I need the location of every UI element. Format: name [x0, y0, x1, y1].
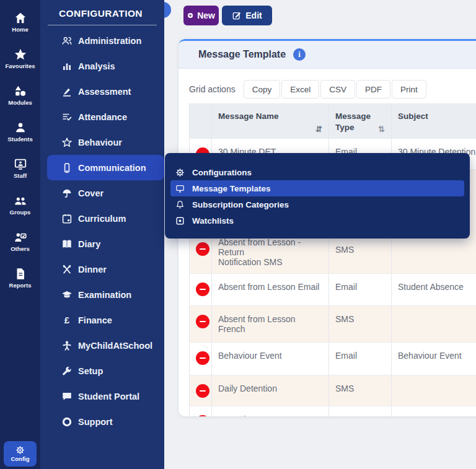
grid-action-print-button[interactable]: Print	[392, 80, 426, 99]
remove-row-icon[interactable]	[196, 415, 209, 416]
pencil-icon	[61, 86, 73, 97]
star-icon	[14, 48, 27, 61]
grid-action-csv-button[interactable]: CSV	[320, 80, 355, 99]
sidebar-item-dinner[interactable]: Dinner	[40, 256, 164, 282]
flyout-item-label: Configurations	[192, 168, 252, 177]
column-header-subject: Subject	[392, 104, 476, 139]
book-icon	[61, 239, 73, 250]
sidebar-item-finance[interactable]: £Finance	[40, 307, 164, 333]
flyout-item-message-templates[interactable]: Message Templates	[170, 180, 464, 196]
table-row: Absent from Lesson EmailEmailStudent Abs…	[190, 274, 476, 306]
app-root: { "rail": { "items": [ {"label":"Home","…	[0, 0, 476, 469]
communication-flyout-menu: ConfigurationsMessage TemplatesSubscript…	[165, 153, 470, 239]
rail-item-label: Reports	[9, 282, 32, 289]
remove-row-icon[interactable]	[196, 315, 209, 328]
flyout-item-watchlists[interactable]: Watchlists	[170, 213, 464, 229]
rail-item-modules[interactable]: Modules	[0, 77, 40, 113]
sidebar-item-setup[interactable]: Setup	[40, 358, 164, 384]
cell-subject: Behaviour Event	[392, 343, 476, 375]
remove-row-icon[interactable]	[196, 283, 209, 296]
shapes-icon	[14, 84, 27, 98]
new-button[interactable]: New	[183, 6, 219, 25]
rail-item-groups[interactable]: Groups	[0, 186, 40, 223]
sidebar-item-behaviour[interactable]: Behaviour	[40, 129, 164, 155]
sidebar-item-diary[interactable]: Diary	[40, 231, 164, 256]
rail-item-label: Favourites	[5, 63, 35, 69]
rail-item-label: Staff	[14, 172, 27, 179]
phone-icon	[61, 162, 73, 173]
sidebar-item-communication[interactable]: Communication	[47, 155, 164, 180]
table-row: Daily DetentionSMS	[190, 375, 476, 406]
others-icon	[14, 230, 27, 244]
remove-row-icon[interactable]	[196, 384, 209, 398]
sort-icon[interactable]: ⇵	[315, 125, 322, 133]
grid-actions-label: Grid actions	[189, 84, 236, 94]
grid-action-excel-button[interactable]: Excel	[281, 80, 319, 99]
sidebar-item-administration[interactable]: Administration	[40, 28, 164, 53]
sidebar-item-label: Behaviour	[78, 138, 122, 147]
rail-item-staff[interactable]: Staff	[0, 150, 40, 186]
grid-action-copy-button[interactable]: Copy	[244, 80, 281, 99]
rail-item-favourites[interactable]: Favourites	[0, 40, 40, 77]
rail-item-label: Students	[7, 136, 33, 142]
sidebar-item-label: Communication	[78, 163, 146, 173]
sidebar-item-label: Curriculum	[78, 214, 126, 224]
flyout-items: ConfigurationsMessage TemplatesSubscript…	[165, 164, 470, 229]
rail-item-reports[interactable]: Reports	[0, 260, 40, 296]
cell-message-name: Daily Detention	[212, 375, 329, 406]
utensils-icon	[61, 264, 73, 275]
sidebar-item-label: Support	[78, 417, 113, 427]
sidebar-item-analysis[interactable]: Analysis	[40, 53, 164, 79]
sidebar-item-label: Student Portal	[78, 392, 139, 401]
circle-icon	[61, 416, 73, 427]
card-header: Message Template i	[178, 39, 476, 69]
rail-item-students[interactable]: Students	[0, 113, 40, 150]
grid-action-pdf-button[interactable]: PDF	[356, 80, 390, 99]
flyout-item-configurations[interactable]: Configurations	[170, 164, 464, 180]
people-icon	[61, 35, 73, 46]
sidebar-item-student-portal[interactable]: Student Portal	[40, 384, 164, 409]
sidebar-divider	[48, 25, 157, 25]
card-title: Message Template	[198, 49, 286, 60]
remove-row-icon[interactable]	[196, 242, 209, 256]
config-button[interactable]: Config	[4, 441, 37, 467]
watch-icon	[175, 216, 185, 226]
flyout-item-subscription-categories[interactable]: Subscription Categories	[170, 196, 464, 213]
cell-message-name: Behaviour Event	[212, 343, 329, 375]
remove-row-icon[interactable]	[196, 351, 209, 365]
sidebar-item-cover[interactable]: Cover	[40, 180, 164, 206]
grad-cap-icon	[61, 289, 73, 300]
sidebar-menu: AdministrationAnalysisAssessmentAttendan…	[40, 28, 164, 434]
flyout-item-label: Watchlists	[192, 216, 234, 226]
edit-button-label: Edit	[245, 11, 262, 20]
sidebar-item-support[interactable]: Support	[40, 409, 164, 434]
sidebar-item-mychildatschool[interactable]: MyChildAtSchool	[40, 333, 164, 358]
edit-button[interactable]: Edit	[222, 6, 272, 25]
cell-subject: Student Absence	[392, 274, 476, 306]
rail-item-home[interactable]: Home	[0, 4, 40, 40]
sidebar-item-attendance[interactable]: Attendance	[40, 104, 164, 129]
calendar-icon	[61, 213, 73, 224]
rail-item-others[interactable]: Others	[0, 223, 40, 260]
new-button-label: New	[197, 11, 215, 20]
message-template-table: Message Name⇵Message Type⇅Subject 30 Min…	[189, 103, 476, 416]
sidebar-item-examination[interactable]: Examination	[40, 282, 164, 307]
column-header-message-type[interactable]: Message Type⇅	[329, 104, 392, 139]
rail-item-label: Others	[11, 245, 30, 252]
list-check-icon	[61, 112, 73, 123]
sidebar-item-curriculum[interactable]: Curriculum	[40, 206, 164, 231]
monitor-icon	[175, 184, 185, 193]
staff-icon	[14, 157, 27, 171]
rail-items: HomeFavouritesModulesStudentsStaffGroups…	[0, 0, 40, 296]
sort-icon[interactable]: ⇅	[378, 125, 385, 133]
sidebar-item-label: Administration	[78, 36, 141, 46]
sidebar-item-assessment[interactable]: Assessment	[40, 79, 164, 104]
info-icon[interactable]: i	[293, 48, 306, 61]
column-header-message-name[interactable]: Message Name⇵	[212, 104, 329, 139]
cell-message-type: SMS	[329, 406, 392, 416]
star-outline-icon	[61, 137, 73, 148]
cell-subject	[392, 406, 476, 416]
icon-rail: HomeFavouritesModulesStudentsStaffGroups…	[0, 0, 40, 469]
sidebar-item-label: Examination	[78, 290, 131, 300]
rail-item-label: Home	[12, 26, 28, 33]
